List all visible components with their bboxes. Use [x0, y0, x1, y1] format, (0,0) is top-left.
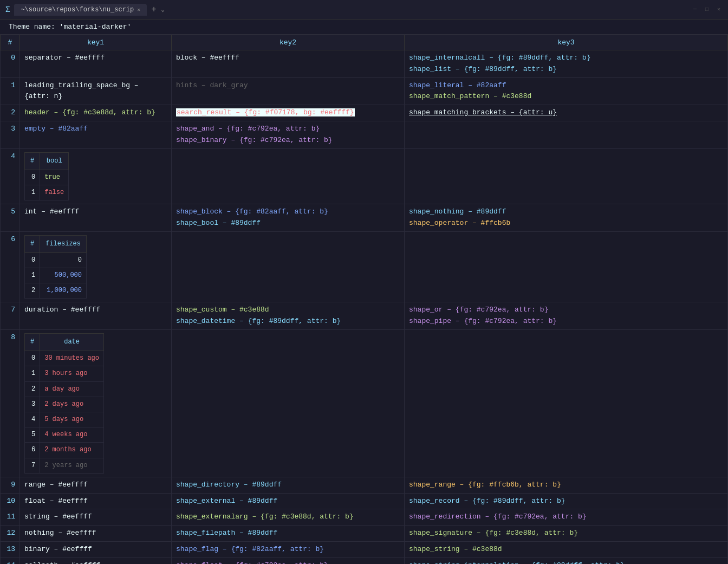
mini-row-val: 2 days ago [40, 397, 104, 412]
mini-table-row: 3 2 days ago [25, 397, 104, 412]
mini-col-date: date [40, 334, 104, 351]
mini-table-row: 1 false [25, 185, 69, 200]
mini-row-num: 2 [25, 381, 40, 397]
row-2-key1: header – {fg: #c3e88d, attr: b} [20, 105, 172, 121]
mini-table-row: 1 500,000 [25, 268, 87, 283]
table-row: 11 string – #eeffff shape_externalarg – … [1, 509, 728, 526]
row-9-key3: shape_range – {fg: #ffcb6b, attr: b} [405, 477, 728, 493]
theme-name-text: Theme name: 'material-darker' [9, 23, 131, 31]
tab-close-button[interactable]: ✕ [137, 7, 140, 13]
row-12-key2: shape_filepath – #89ddff [172, 526, 405, 542]
mini-table-row: 6 2 months ago [25, 443, 104, 458]
row-5-key3: shape_nothing – #89ddff shape_operator –… [405, 204, 728, 232]
row-num-9: 9 [1, 477, 20, 493]
mini-row-val: 500,000 [40, 268, 87, 283]
active-tab[interactable]: ~\source\repos\forks\nu_scrip ✕ [14, 4, 147, 16]
row-num-4: 4 [1, 148, 20, 204]
row-11-key2: shape_externalarg – {fg: #c3e88d, attr: … [172, 509, 405, 526]
mini-row-num: 7 [25, 458, 40, 473]
row-8-key1: #date 0 30 minutes ago 1 3 hours ago [20, 330, 172, 477]
table-row: 10 float – #eeffff shape_external – #89d… [1, 493, 728, 509]
mini-row-val: 3 hours ago [40, 366, 104, 381]
mini-row-num: 6 [25, 443, 40, 458]
mini-table-row: 0 30 minutes ago [25, 351, 104, 366]
row-4-key2 [172, 148, 405, 204]
row-num-0: 0 [1, 50, 20, 78]
col-header-hash: # [1, 35, 20, 50]
mini-row-val: 30 minutes ago [40, 351, 104, 366]
row-10-key3: shape_record – {fg: #89ddff, attr: b} [405, 493, 728, 509]
row-num-2: 2 [1, 105, 20, 121]
row-12-key3: shape_signature – {fg: #c3e88d, attr: b} [405, 526, 728, 542]
table-row: 6 #filesizes 0 0 1 [1, 231, 728, 302]
row-2-key2: search_result – {fg: #f07178, bg: #eefff… [172, 105, 405, 121]
table-row: 0 separator – #eeffff block – #eeffff sh… [1, 50, 728, 78]
mini-col-hash: # [25, 152, 40, 170]
new-tab-button[interactable]: + [151, 5, 157, 15]
filesizes-table: #filesizes 0 0 1 500,000 [24, 235, 87, 299]
row-5-key2: shape_block – {fg: #82aaff, attr: b} sha… [172, 204, 405, 232]
close-button[interactable]: ✕ [715, 6, 723, 14]
row-11-key3: shape_redirection – {fg: #c792ea, attr: … [405, 509, 728, 526]
titlebar: Σ ~\source\repos\forks\nu_scrip ✕ + ⌄ ─ … [0, 0, 728, 20]
minimize-button[interactable]: ─ [691, 6, 699, 14]
row-num-8: 8 [1, 330, 20, 477]
row-3-key3 [405, 121, 728, 148]
mini-row-val: 5 days ago [40, 412, 104, 427]
mini-col-hash: # [25, 334, 40, 351]
row-14-key2: shape_float – {fg: #c792ea, attr: b} [172, 557, 405, 564]
mini-row-val: 0 [40, 252, 87, 268]
maximize-button[interactable]: □ [703, 6, 711, 14]
mini-row-num: 0 [25, 170, 40, 185]
mini-table-row: 2 1,000,000 [25, 283, 87, 299]
table-header-row: # key1 key2 key3 [1, 35, 728, 50]
row-14-key1: cellpath – #eeffff [20, 557, 172, 564]
row-11-key1: string – #eeffff [20, 509, 172, 526]
table-row: 1 leading_trailing_space_bg – {attr: n} … [1, 77, 728, 105]
row-num-3: 3 [1, 121, 20, 148]
table-row: 8 #date 0 30 minutes ago 1 [1, 330, 728, 477]
mini-col-filesizes: filesizes [40, 235, 87, 252]
row-14-key3: shape_string_interpolation – {fg: #89ddf… [405, 557, 728, 564]
row-num-14: 14 [1, 557, 20, 564]
bool-table: #bool 0 true 1 false [24, 152, 69, 201]
row-10-key1: float – #eeffff [20, 493, 172, 509]
row-0-key1: separator – #eeffff [20, 50, 172, 78]
tab-dropdown-button[interactable]: ⌄ [161, 5, 165, 14]
mini-table-row: 0 0 [25, 252, 87, 268]
row-num-10: 10 [1, 493, 20, 509]
row-0-key2: block – #eeffff [172, 50, 405, 78]
mini-row-val: 1,000,000 [40, 283, 87, 299]
row-7-key1: duration – #eeffff [20, 302, 172, 330]
mini-row-num: 0 [25, 351, 40, 366]
table-row: 4 #bool 0 true 1 f [1, 148, 728, 204]
row-3-key1: empty – #82aaff [20, 121, 172, 148]
row-0-key3: shape_internalcall – {fg: #89ddff, attr:… [405, 50, 728, 78]
row-12-key1: nothing – #eeffff [20, 526, 172, 542]
main-content: # key1 key2 key3 0 separator – #eeffff b… [0, 35, 728, 564]
row-7-key3: shape_or – {fg: #c792ea, attr: b} shape_… [405, 302, 728, 330]
row-8-key3 [405, 330, 728, 477]
mini-row-val: 4 weeks ago [40, 427, 104, 443]
mini-row-val: true [40, 170, 69, 185]
mini-row-val: a day ago [40, 381, 104, 397]
row-num-6: 6 [1, 231, 20, 302]
mini-col-bool: bool [40, 152, 69, 170]
mini-row-val: 2 months ago [40, 443, 104, 458]
mini-table-row: 0 true [25, 170, 69, 185]
table-row: 12 nothing – #eeffff shape_filepath – #8… [1, 526, 728, 542]
table-row: 5 int – #eeffff shape_block – {fg: #82aa… [1, 204, 728, 232]
row-10-key2: shape_external – #89ddff [172, 493, 405, 509]
row-13-key3: shape_string – #c3e88d [405, 541, 728, 557]
row-9-key1: range – #eeffff [20, 477, 172, 493]
table-row: 3 empty – #82aaff shape_and – {fg: #c792… [1, 121, 728, 148]
tab-label: ~\source\repos\forks\nu_scrip [21, 6, 134, 14]
mini-table-row: 5 4 weeks ago [25, 427, 104, 443]
mini-row-val: false [40, 185, 69, 200]
row-13-key2: shape_flag – {fg: #82aaff, attr: b} [172, 541, 405, 557]
theme-name-bar: Theme name: 'material-darker' [0, 20, 728, 35]
mini-row-num: 1 [25, 366, 40, 381]
row-7-key2: shape_custom – #c3e88d shape_datetime – … [172, 302, 405, 330]
mini-row-num: 3 [25, 397, 40, 412]
row-3-key2: shape_and – {fg: #c792ea, attr: b} shape… [172, 121, 405, 148]
